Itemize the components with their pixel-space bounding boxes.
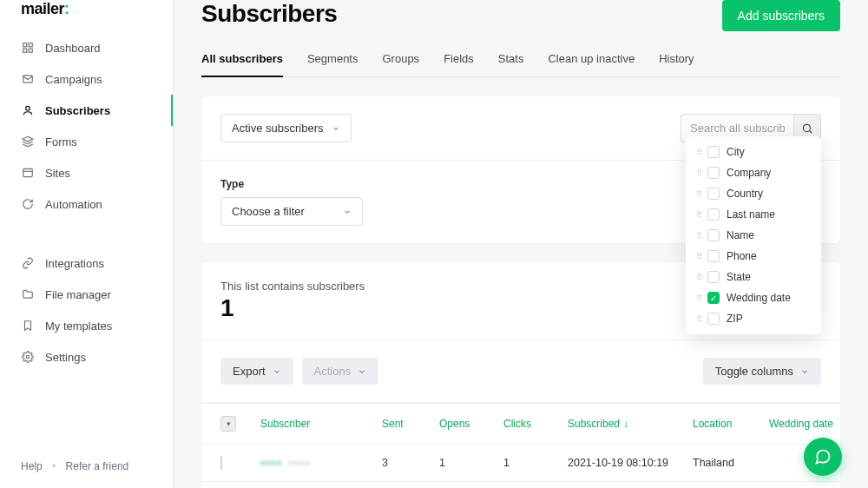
- col-location[interactable]: Location: [693, 416, 769, 432]
- flyout-item-zip[interactable]: ⠿ZIP: [686, 308, 821, 329]
- status-filter-label: Active subscribers: [232, 122, 323, 135]
- checkbox[interactable]: [707, 146, 720, 158]
- refresh-icon: [21, 197, 35, 211]
- checkbox[interactable]: [707, 271, 720, 283]
- cell-subscriber: ▪▪▪▪ ▪▪▪▪: [260, 457, 382, 469]
- svg-point-9: [26, 355, 30, 359]
- tab-cleanup[interactable]: Clean up inactive: [548, 43, 635, 77]
- type-filter-label: Choose a filter: [232, 205, 305, 218]
- export-label: Export: [233, 365, 266, 378]
- sidebar-item-automation[interactable]: Automation: [0, 188, 173, 220]
- sidebar-item-integrations[interactable]: Integrations: [0, 247, 173, 279]
- flyout-item-lastname[interactable]: ⠿Last name: [686, 204, 821, 225]
- tab-stats[interactable]: Stats: [498, 43, 524, 77]
- col-clicks[interactable]: Clicks: [503, 416, 568, 432]
- checkbox-checked[interactable]: ✓: [707, 292, 720, 304]
- sidebar-item-templates[interactable]: My templates: [0, 310, 173, 341]
- svg-rect-0: [23, 43, 27, 47]
- cell-location: Thailand: [693, 457, 769, 469]
- flyout-item-company[interactable]: ⠿Company: [686, 162, 821, 183]
- drag-icon: ⠿: [696, 252, 700, 261]
- sidebar: mailer: Dashboard Campaigns Subscribers …: [0, 0, 174, 488]
- help-fab[interactable]: [804, 438, 842, 476]
- checkbox[interactable]: [707, 250, 720, 262]
- checkbox[interactable]: [707, 167, 720, 179]
- flyout-item-country[interactable]: ⠿Country: [686, 183, 821, 204]
- type-filter-select[interactable]: Choose a filter: [220, 197, 363, 226]
- help-link[interactable]: Help: [21, 460, 43, 472]
- flyout-label: Company: [727, 167, 771, 179]
- flyout-item-name[interactable]: ⠿Name: [686, 225, 821, 246]
- actions-button[interactable]: Actions: [302, 358, 379, 385]
- gear-icon: [21, 350, 35, 364]
- chevron-down-icon: [273, 367, 281, 376]
- sidebar-item-sites[interactable]: Sites: [0, 157, 173, 188]
- select-all-toggle[interactable]: ▾: [220, 416, 236, 432]
- sidebar-item-label: Sites: [45, 167, 70, 180]
- user-icon: [21, 103, 35, 117]
- tab-fields[interactable]: Fields: [444, 43, 474, 77]
- svg-marker-6: [23, 136, 33, 142]
- sidebar-item-label: My templates: [45, 320, 112, 333]
- flyout-item-wedding[interactable]: ⠿✓Wedding date: [686, 287, 821, 308]
- col-subscribed[interactable]: Subscribed ↓: [568, 416, 693, 432]
- chevron-down-icon: [343, 208, 352, 216]
- checkbox[interactable]: [707, 208, 720, 221]
- flyout-item-state[interactable]: ⠿State: [686, 267, 821, 287]
- checkbox[interactable]: [707, 313, 720, 325]
- sidebar-item-campaigns[interactable]: Campaigns: [0, 63, 173, 95]
- sidebar-item-label: Subscribers: [45, 104, 110, 117]
- drag-icon: ⠿: [696, 210, 700, 220]
- add-subscribers-button[interactable]: Add subscribers: [722, 0, 840, 31]
- flyout-label: ZIP: [727, 313, 743, 325]
- drag-icon: ⠿: [696, 314, 700, 324]
- flyout-label: Wedding date: [727, 292, 791, 304]
- col-subscriber[interactable]: Subscriber: [260, 416, 382, 432]
- svg-rect-2: [29, 49, 32, 52]
- flyout-label: Country: [727, 188, 763, 200]
- bookmark-icon: [21, 319, 35, 333]
- toggle-columns-button[interactable]: Toggle columns: [703, 358, 821, 385]
- toggle-columns-label: Toggle columns: [715, 365, 793, 378]
- sidebar-item-subscribers[interactable]: Subscribers: [0, 95, 173, 126]
- actions-label: Actions: [314, 365, 352, 378]
- svg-rect-7: [23, 168, 33, 176]
- col-opens[interactable]: Opens: [439, 416, 503, 432]
- checkbox[interactable]: [707, 188, 720, 200]
- tab-segments[interactable]: Segments: [307, 43, 358, 77]
- sidebar-item-settings[interactable]: Settings: [0, 341, 173, 373]
- tab-all-subscribers[interactable]: All subscribers: [201, 43, 283, 77]
- checkbox[interactable]: [707, 229, 720, 241]
- svg-line-11: [810, 130, 812, 133]
- cell-subscribed: 2021-10-19 08:10:19: [568, 457, 693, 469]
- sidebar-footer: Help • Refer a friend: [0, 450, 173, 488]
- cell-sent: 3: [382, 457, 439, 469]
- tab-groups[interactable]: Groups: [382, 43, 419, 77]
- brand-logo: mailer:: [0, 0, 173, 25]
- chevron-down-icon: [358, 367, 366, 376]
- table-row[interactable]: ▪▪▪▪ ▪▪▪▪ 3 1 1 2021-10-19 08:10:19 Thai…: [201, 445, 840, 482]
- export-button[interactable]: Export: [220, 358, 293, 385]
- status-filter-select[interactable]: Active subscribers: [220, 114, 352, 142]
- tabs: All subscribers Segments Groups Fields S…: [201, 43, 840, 77]
- refer-link[interactable]: Refer a friend: [66, 460, 129, 472]
- flyout-item-phone[interactable]: ⠿Phone: [686, 246, 821, 267]
- sidebar-item-dashboard[interactable]: Dashboard: [0, 32, 173, 63]
- sidebar-item-label: Settings: [45, 351, 86, 364]
- chevron-down-icon: [800, 367, 809, 376]
- drag-icon: ⠿: [696, 168, 700, 178]
- col-wedding[interactable]: Wedding date: [769, 416, 845, 432]
- drag-icon: ⠿: [696, 293, 700, 303]
- sidebar-item-forms[interactable]: Forms: [0, 126, 173, 157]
- flyout-label: State: [727, 271, 751, 283]
- chevron-down-icon: [332, 124, 340, 133]
- flyout-item-city[interactable]: ⠿City: [686, 142, 821, 162]
- table-header: ▾ Subscriber Sent Opens Clicks Subscribe…: [201, 403, 840, 445]
- link-icon: [21, 256, 35, 270]
- sidebar-item-filemanager[interactable]: File manager: [0, 279, 173, 310]
- row-checkbox[interactable]: [220, 456, 222, 470]
- drag-icon: ⠿: [696, 148, 700, 157]
- sidebar-item-label: Automation: [45, 198, 102, 211]
- col-sent[interactable]: Sent: [382, 416, 439, 432]
- tab-history[interactable]: History: [659, 43, 694, 77]
